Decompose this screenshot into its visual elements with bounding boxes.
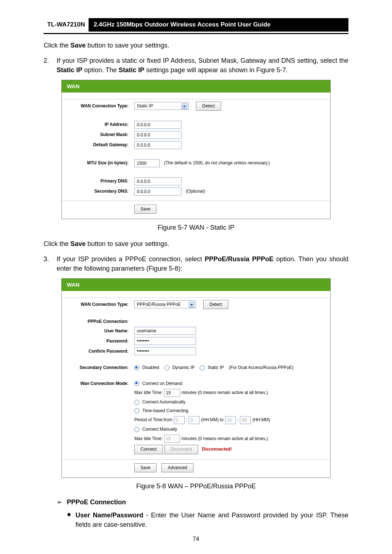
unp-bold: User Name/Password [75, 512, 143, 519]
doc-title: 2.4GHz 150Mbps Outdoor Wireless Access P… [89, 18, 348, 32]
pppoe-conn-heading: PPPoE Connection [67, 498, 126, 506]
mode-time-radio[interactable] [134, 408, 139, 413]
cpass-label: Confirm Password: [62, 348, 134, 354]
hhmm-to: (HH:MM) to [201, 417, 224, 423]
panel-heading: WAN [62, 279, 330, 291]
item-body: If your ISP provides a static or fixed I… [57, 56, 348, 75]
text: button to save your settings. [86, 240, 169, 247]
mask-input[interactable] [134, 131, 181, 139]
static-ip-word: Static IP [57, 66, 82, 74]
detect-button[interactable]: Detect [196, 102, 221, 111]
sec-dynamic-radio[interactable] [164, 365, 170, 370]
mtu-label: MTU Size (in bytes): [62, 160, 134, 166]
pdns-label: Primary DNS: [62, 178, 134, 184]
arrow-icon: ➢ [57, 497, 67, 507]
item-number: 2. [44, 56, 57, 75]
idle2-note: minutes (0 means remain active at all ti… [181, 436, 268, 442]
item-body: If your ISP provides a PPPoE connection,… [57, 254, 348, 273]
save-instruction-1: Click the Save button to save your setti… [44, 41, 348, 50]
hhmm-end: (HH:MM) [252, 417, 270, 423]
conn-type-select-wrap[interactable] [134, 300, 196, 308]
save-instruction-2: Click the Save button to save your setti… [44, 239, 348, 249]
save-button[interactable]: Save [134, 463, 156, 472]
user-input[interactable] [134, 327, 196, 335]
divider [62, 459, 330, 460]
mode-label: Wan Connection Mode: [62, 381, 134, 387]
panel-gap [62, 291, 330, 298]
conn-type-select[interactable] [134, 102, 189, 110]
conn-type-label: WAN Connection Type: [62, 103, 134, 109]
sec-dynamic-label: Dynamic IP [172, 365, 195, 371]
mtu-input[interactable] [134, 159, 160, 167]
mtu-note: (The default is 1500, do not change unle… [164, 160, 270, 166]
connect-button[interactable]: Connect [134, 445, 163, 454]
header-rule [44, 33, 348, 34]
pppoe-word: PPPoE/Russia PPPoE [205, 255, 273, 263]
panel-heading: WAN [62, 80, 330, 93]
to-mm-input[interactable] [240, 416, 251, 424]
pppoe-conn-label: PPPoE Connection: [62, 319, 134, 325]
period-label: Period of Time:from [134, 417, 172, 423]
idle1-label: Max Idle Time: [134, 390, 163, 396]
figure-5-8: WAN WAN Connection Type: Detect PPPoE Co… [61, 278, 331, 478]
save-word: Save [70, 240, 86, 247]
list-item-2: 2. If your ISP provides a static or fixe… [44, 56, 348, 75]
idle2-input[interactable] [164, 435, 180, 443]
static-ip-word: Static IP [119, 66, 144, 74]
ip-input[interactable] [134, 121, 181, 129]
mode-manual-label: Connect Manually [142, 426, 177, 432]
mode-demand-radio[interactable] [134, 381, 139, 386]
sec-static-label: Static IP [208, 365, 224, 371]
detect-button[interactable]: Detect [203, 300, 228, 309]
text: If your ISP provides a PPPoE connection,… [57, 255, 205, 263]
to-hh-input[interactable] [225, 416, 236, 424]
sec-note: (For Dual Access/Russia PPPoE) [229, 365, 293, 371]
conn-type-select-wrap[interactable] [134, 102, 189, 110]
text: Click the [44, 240, 70, 247]
sec-disabled-radio[interactable] [134, 365, 139, 370]
mode-demand-label: Connect on Demand [142, 381, 182, 387]
figure-5-8-caption: Figure 5-8 WAN – PPPoE/Russia PPPoE [44, 481, 348, 491]
conn-status: Disconnected! [202, 446, 232, 452]
sec-disabled-label: Disabled [142, 365, 159, 371]
from-mm-input[interactable] [189, 416, 200, 424]
figure-5-7: WAN WAN Connection Type: Detect IP Addre… [61, 80, 331, 219]
sdns-note: (Optional) [186, 188, 205, 194]
mode-auto-label: Connect Automatically [142, 399, 185, 405]
pass-input[interactable] [134, 337, 196, 345]
sdns-label: Secondary DNS: [62, 188, 134, 194]
text: Click the [44, 42, 70, 49]
idle2-label: Max Idle Time: [134, 436, 163, 442]
sec-static-radio[interactable] [200, 365, 205, 370]
sec-conn-label: Secondary Connection: [62, 365, 134, 371]
user-label: User Name: [62, 328, 134, 334]
mode-time-label: Time-based Connecting [142, 408, 188, 414]
save-word: Save [70, 42, 86, 49]
from-hh-input[interactable] [174, 416, 185, 424]
divider [62, 201, 330, 201]
gw-label: Default Gateway: [62, 142, 134, 148]
mode-auto-radio[interactable] [134, 400, 139, 405]
cpass-input[interactable] [134, 347, 196, 355]
ip-label: IP Address: [62, 122, 134, 128]
model-label: TL-WA7210N [44, 18, 89, 32]
mode-manual-radio[interactable] [134, 427, 139, 432]
page-number: 74 [0, 535, 392, 543]
doc-header: TL-WA7210N 2.4GHz 150Mbps Outdoor Wirele… [44, 18, 348, 32]
conn-type-select[interactable] [134, 300, 196, 308]
bullet-icon: ● [67, 510, 75, 529]
pdns-input[interactable] [134, 177, 181, 185]
pass-label: Password: [62, 338, 134, 344]
idle1-input[interactable] [164, 389, 180, 397]
conn-type-label: WAN Connection Type: [62, 301, 134, 308]
advanced-button[interactable]: Advanced [162, 463, 193, 472]
panel-gap [62, 93, 330, 99]
text: If your ISP provides a static or fixed I… [57, 57, 348, 64]
disconnect-button[interactable]: Disconnect [164, 445, 198, 454]
bullet-body: User Name/Password - Enter the User Name… [75, 510, 348, 529]
save-button[interactable]: Save [134, 205, 156, 214]
gw-input[interactable] [134, 141, 181, 149]
sdns-input[interactable] [134, 188, 181, 196]
idle1-note: minutes (0 means remain active at all ti… [181, 390, 268, 396]
mask-label: Subnet Mask: [62, 132, 134, 138]
